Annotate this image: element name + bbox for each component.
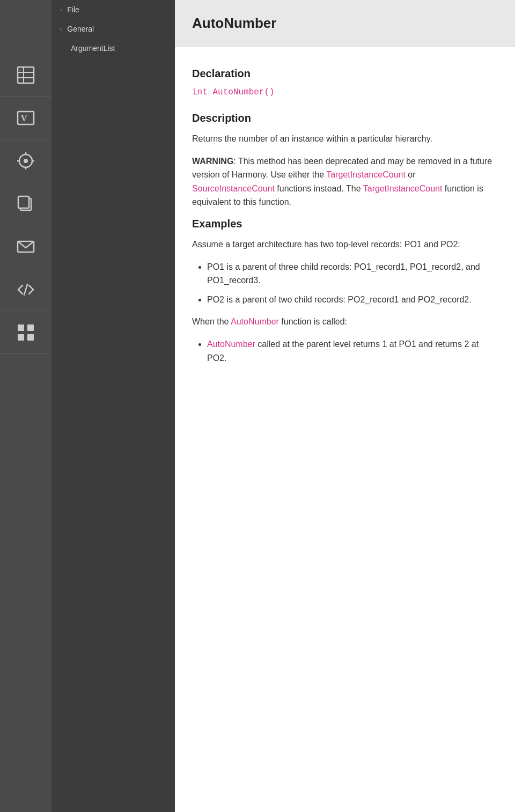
plugin-icon — [16, 151, 35, 171]
svg-rect-11 — [18, 196, 29, 208]
warning-label: WARNING — [192, 157, 233, 166]
icon-bar-code[interactable] — [0, 268, 52, 311]
icon-bar-mail[interactable] — [0, 225, 52, 268]
icon-bar-variable[interactable]: V — [0, 97, 52, 139]
list-item-text: PO1 is a parent of three child records: … — [207, 262, 480, 285]
sidebar-file-label: File — [67, 5, 79, 14]
list-item: AutoNumber called at the parent level re… — [207, 337, 498, 365]
mail-icon — [16, 237, 35, 256]
description-para1: Returns the number of an instance within… — [192, 132, 498, 146]
declaration-code: int AutoNumber() — [192, 87, 498, 97]
code-keyword: int — [192, 87, 208, 97]
svg-point-9 — [24, 159, 28, 163]
sidebar-item-file[interactable]: › File — [52, 0, 175, 19]
code-function: AutoNumber() — [212, 87, 274, 97]
examples-section: Examples Assume a target architecture ha… — [192, 218, 498, 365]
svg-rect-14 — [18, 324, 24, 331]
sidebar-item-argumentlist[interactable]: ArgumentList — [52, 39, 175, 58]
svg-rect-16 — [18, 334, 24, 341]
examples-result-list: AutoNumber called at the parent level re… — [207, 337, 498, 365]
link-target-instance-count-1[interactable]: TargetInstanceCount — [326, 170, 406, 179]
svg-rect-15 — [27, 324, 34, 331]
page-title: AutoNumber — [192, 15, 498, 32]
examples-heading: Examples — [192, 218, 498, 230]
warning-mid: or — [406, 170, 416, 179]
icon-bar: + - V — [0, 0, 52, 812]
declaration-heading: Declaration — [192, 68, 498, 80]
sidebar-item-general[interactable]: ‹ General — [52, 19, 175, 39]
when-post: function is called: — [279, 317, 347, 326]
chevron-down-icon: ‹ — [60, 26, 62, 32]
description-heading: Description — [192, 112, 498, 124]
sidebar-argumentlist-label: ArgumentList — [71, 44, 115, 53]
svg-text:-: - — [26, 68, 27, 71]
examples-bullet-list: PO1 is a parent of three child records: … — [207, 260, 498, 307]
link-target-instance-count-2[interactable]: TargetInstanceCount — [363, 184, 443, 193]
copy-icon — [16, 194, 35, 213]
warning-end1: functions instead. The — [275, 184, 363, 193]
list-item: PO2 is a parent of two child records: PO… — [207, 293, 498, 307]
when-pre: When the — [192, 317, 231, 326]
grid-icon — [16, 323, 35, 342]
svg-text:V: V — [21, 114, 27, 123]
icon-bar-plugin[interactable] — [0, 139, 52, 182]
content-header: AutoNumber — [175, 0, 515, 47]
link-autonumber-inline[interactable]: AutoNumber — [231, 317, 279, 326]
icon-bar-copy[interactable] — [0, 182, 52, 225]
main-content: AutoNumber Declaration int AutoNumber() … — [175, 0, 515, 812]
content-body: Declaration int AutoNumber() Description… — [175, 47, 515, 388]
description-warning: WARNING: This method has been deprecated… — [192, 154, 498, 209]
link-autonumber-result[interactable]: AutoNumber — [207, 339, 255, 349]
sidebar-general-label: General — [67, 25, 94, 33]
chevron-right-icon: › — [60, 7, 62, 13]
declaration-section: Declaration int AutoNumber() — [192, 68, 498, 97]
svg-rect-17 — [27, 334, 34, 341]
examples-intro: Assume a target architecture has two top… — [192, 238, 498, 252]
table-icon: + - — [16, 65, 35, 85]
list-item: PO1 is a parent of three child records: … — [207, 260, 498, 287]
sidebar: › File ‹ General ArgumentList — [52, 0, 175, 812]
link-source-instance-count[interactable]: SourceInstanceCount — [192, 184, 275, 193]
svg-line-13 — [24, 284, 27, 295]
icon-bar-table[interactable]: + - — [0, 54, 52, 97]
svg-text:+: + — [20, 68, 22, 71]
icon-bar-grid[interactable] — [0, 311, 52, 354]
variable-icon: V — [16, 108, 35, 128]
list-item-text: PO2 is a parent of two child records: PO… — [207, 295, 472, 304]
code-icon — [16, 280, 35, 299]
description-section: Description Returns the number of an ins… — [192, 112, 498, 209]
examples-when-text: When the AutoNumber function is called: — [192, 315, 498, 329]
